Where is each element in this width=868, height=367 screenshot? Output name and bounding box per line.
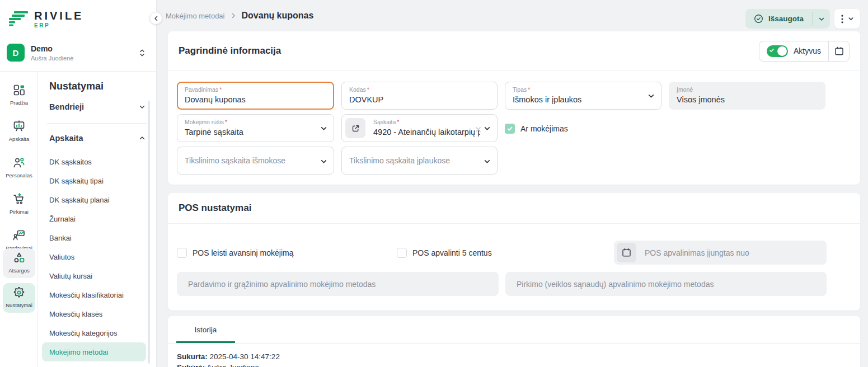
external-link-icon: [351, 124, 360, 133]
field-value: Išmokos ir įplaukos: [513, 95, 644, 104]
clear-icon[interactable]: [475, 126, 481, 133]
nav-item-dk-saskaitos[interactable]: DK sąskaitos: [42, 152, 146, 171]
saved-split-button[interactable]: Išsaugota: [745, 9, 830, 29]
nav-item-mokesciu-klases[interactable]: Mokesčių klasės: [42, 304, 146, 323]
chevron-down-icon: [484, 158, 491, 165]
active-toggle-wrap[interactable]: Aktyvus: [759, 45, 828, 57]
chevron-down-icon: [648, 92, 655, 100]
saved-button-main[interactable]: Išsaugota: [745, 9, 812, 29]
author-value: Aušra Juodienė: [207, 363, 259, 367]
settings-nav-title: Nustatymai: [49, 81, 104, 92]
history-author: Sukūrė: Aušra Juodienė: [177, 362, 851, 367]
nav-item-valiutos[interactable]: Valiutos: [42, 247, 146, 266]
history-created: Sukurta: 2025-04-30 14:47:22: [177, 351, 851, 362]
rail-label: Nustatymai: [6, 302, 32, 308]
rivile-logo: RIVILE ERP: [8, 10, 83, 29]
rail-item-nustatymai[interactable]: Nustatymai: [3, 283, 35, 313]
kebab-icon: [841, 15, 843, 23]
checkbox-ar-mokejimas[interactable]: Ar mokėjimas: [505, 115, 825, 142]
field-value: 4920 - Ateinančių laikotarpių pajar: [373, 128, 480, 137]
open-account-button[interactable]: [345, 118, 365, 138]
app-window: RIVILE ERP D Demo Aušra Juodienė: [0, 0, 868, 367]
field-tikslinimo-iplaukose[interactable]: Tikslinimo sąskaita įplaukose: [341, 147, 498, 175]
general-info-card: Pagrindinė informacija Aktyvus: [168, 31, 860, 185]
pos-body: POS leisti avansinį mokėjimą POS apvalin…: [168, 224, 860, 296]
nav-item-zurnalai[interactable]: Žurnalai: [42, 209, 146, 228]
field-placeholder: Pirkimo (veiklos sąnaudų) apvalinimo mok…: [517, 280, 714, 289]
saved-button-caret[interactable]: [813, 9, 830, 29]
chevron-down-icon: [320, 125, 327, 132]
field-mokejimo-rusis[interactable]: Mokėjimo rūšis* Tarpinė sąskaita: [177, 114, 334, 142]
breadcrumb-current: Dovanų kuponas: [242, 11, 314, 21]
nav-item-valiutu-kursai[interactable]: Valiutų kursai: [42, 266, 146, 285]
chart-board-icon: [12, 120, 26, 133]
checkbox-pos-apvalinti[interactable]: POS apvalinti 5 centus: [397, 248, 614, 258]
more-actions-button[interactable]: [834, 9, 860, 29]
rail-item-personalas[interactable]: Personalas: [3, 153, 35, 181]
field-label: Pavadinimas*: [185, 86, 317, 93]
nav-item-bankai[interactable]: Bankai: [42, 228, 146, 247]
nav-item-mokejimo-metodai[interactable]: Mokėjimo metodai: [42, 342, 146, 361]
field-saskaita[interactable]: Sąskaita* 4920 - Ateinančių laikotarpių …: [341, 114, 498, 142]
created-label: Sukurta:: [177, 352, 208, 361]
topbar: Mokėjimo metodai Dovanų kuponas Išsaugot…: [157, 0, 868, 31]
chevron-right-icon: [230, 12, 237, 19]
author-label: Sukūrė:: [177, 363, 205, 367]
workspace-avatar: D: [7, 44, 25, 62]
workspace-user: Aušra Juodienė: [31, 55, 133, 62]
rail-label: Pirkimai: [10, 209, 29, 215]
nav-group-bendrieji[interactable]: Bendrieji: [49, 102, 146, 111]
workspace-switcher[interactable]: D Demo Aušra Juodienė: [7, 41, 150, 64]
pos-settings-card: POS nustatymai POS leisti avansinį mokėj…: [168, 193, 860, 310]
rail-item-pradzia[interactable]: Pradžia: [3, 81, 35, 109]
field-value: Tarpinė sąskaita: [185, 128, 317, 137]
nav-items: DK sąskaitos DK sąskaitų tipai DK sąskai…: [42, 152, 146, 361]
general-info-header: Pagrindinė informacija Aktyvus: [168, 31, 860, 71]
chevron-left-icon: [153, 16, 159, 21]
checkbox-pos-avansinis[interactable]: POS leisti avansinį mokėjimą: [177, 248, 397, 258]
nav-item-mokesciu-klasifikatoriai[interactable]: Mokesčių klasifikatoriai: [42, 285, 146, 304]
general-info-form: Pavadinimas* Dovanų kuponas Kodas* DOVKU…: [168, 71, 860, 175]
active-toggle[interactable]: [767, 45, 788, 57]
sidebar-collapse-button[interactable]: [149, 12, 162, 25]
expand-vertical-icon: [139, 49, 146, 57]
field-pos-apvalinimas-nuo[interactable]: POS apvalinimas įjungtas nuo: [614, 241, 827, 265]
checkbox-empty-icon: [177, 248, 187, 258]
nav-group-label: Bendrieji: [49, 102, 84, 111]
field-label: Įmonė: [677, 86, 808, 93]
rail-label: Apskaita: [9, 136, 29, 142]
field-label: Sąskaita*: [373, 119, 480, 125]
rail-label: Atsargos: [8, 267, 30, 274]
rail-item-pirkimai[interactable]: Pirkimai: [3, 190, 35, 218]
active-toggle-label: Aktyvus: [794, 46, 821, 55]
created-value: 2025-04-30 14:47:22: [210, 352, 280, 361]
calendar-icon[interactable]: [617, 243, 636, 262]
history-card: Istorija Sukurta: 2025-04-30 14:47:22 Su…: [168, 316, 860, 367]
nav-group-apskaita[interactable]: Apskaita: [49, 134, 146, 143]
check-circle-icon: [754, 14, 763, 23]
people-icon: [12, 156, 26, 170]
rail-item-atsargos[interactable]: Atsargos: [3, 248, 35, 278]
tab-istorija[interactable]: Istorija: [176, 316, 235, 343]
pos-title: POS nustatymai: [179, 203, 251, 214]
chevron-down-icon: [848, 16, 854, 22]
rail-item-apskaita[interactable]: Apskaita: [3, 117, 35, 145]
field-label: Kodas*: [349, 86, 480, 93]
breadcrumb: Mokėjimo metodai Dovanų kuponas: [166, 0, 313, 31]
field-tikslinimo-ismokose[interactable]: Tikslinimo sąskaita išmokose: [177, 147, 334, 175]
field-tipas[interactable]: Tipas* Išmokos ir įplaukos: [505, 82, 661, 110]
field-kodas[interactable]: Kodas* DOVKUP: [341, 82, 498, 110]
field-pirkimo-apvalinimo-metodas[interactable]: Pirkimo (veiklos sąnaudų) apvalinimo mok…: [505, 272, 827, 296]
nav-item-dk-saskaitu-planai[interactable]: DK sąskaitų planai: [42, 190, 146, 209]
nav-item-mokesciu-kategorijos[interactable]: Mokesčių kategorijos: [42, 323, 146, 342]
nav-divider: [47, 123, 147, 124]
nav-scrollbar[interactable]: [148, 101, 150, 364]
field-pardavimo-apvalinimo-metodas[interactable]: Pardavimo ir grąžinimo apvalinimo mokėji…: [177, 272, 499, 296]
history-tabs: Istorija: [168, 316, 860, 344]
field-pavadinimas[interactable]: Pavadinimas* Dovanų kuponas: [177, 82, 334, 110]
calendar-icon: [834, 46, 844, 56]
chevron-down-icon: [320, 158, 327, 165]
breadcrumb-parent[interactable]: Mokėjimo metodai: [166, 12, 225, 20]
active-calendar-button[interactable]: [828, 41, 849, 61]
nav-item-dk-saskaitu-tipai[interactable]: DK sąskaitų tipai: [42, 171, 146, 190]
